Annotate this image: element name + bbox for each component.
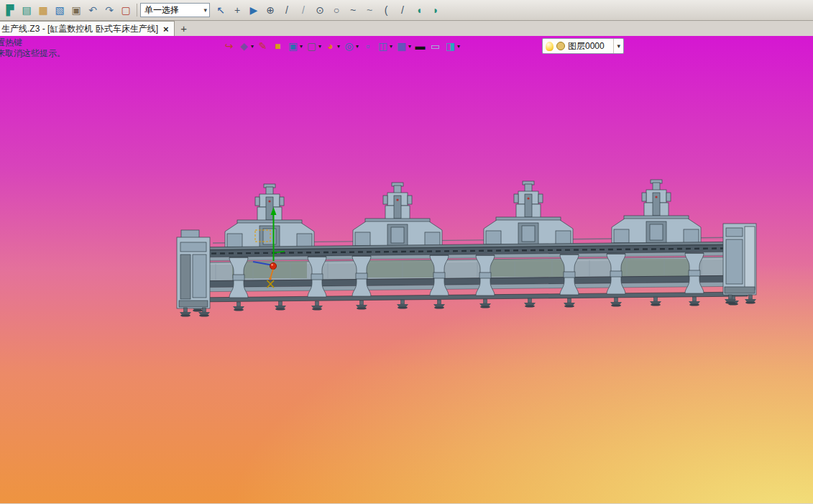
print-icon[interactable]: ▣: [68, 2, 84, 18]
machine-4[interactable]: [612, 180, 701, 247]
selection-mode-value: 单一选择: [144, 4, 179, 17]
target-icon[interactable]: ⊕: [262, 2, 278, 18]
chamfer-icon[interactable]: ◗: [428, 2, 444, 18]
redo-icon[interactable]: ↷: [101, 2, 117, 18]
tab-label: 生产线.Z3 - [缸盖数控机 卧式车床生产线]: [1, 23, 158, 35]
undo-icon[interactable]: ↶: [85, 2, 101, 18]
play-circle-icon[interactable]: ▶: [246, 2, 262, 18]
snap-point-icon[interactable]: +: [229, 2, 245, 18]
chevron-down-icon: ▾: [203, 6, 207, 14]
machine-1[interactable]: [225, 184, 314, 251]
image-icon[interactable]: ▧: [52, 2, 68, 18]
table-icon[interactable]: ▦: [35, 2, 51, 18]
diagonal-icon[interactable]: /: [395, 2, 410, 18]
close-icon[interactable]: ×: [163, 24, 169, 35]
spline-icon[interactable]: ~: [345, 2, 361, 18]
document-tab[interactable]: 生产线.Z3 - [缸盖数控机 卧式车床生产线] ×: [0, 21, 175, 36]
left-end-station[interactable]: [177, 230, 210, 317]
machine-2[interactable]: [353, 183, 442, 249]
line-icon[interactable]: /: [279, 2, 295, 18]
right-end-station[interactable]: [723, 224, 756, 304]
machine-3[interactable]: [484, 181, 573, 248]
manager-tree-icon[interactable]: ▛: [2, 2, 18, 18]
3d-viewport[interactable]: 置热键 来取消这些提示。 ↪◆▾✎■▣▾▢▾◕▾◎▾▫◫▾▦▾▬▭◨▾ 图层00…: [0, 36, 813, 503]
toolbar-separator: [137, 4, 137, 17]
fillet-icon[interactable]: ◖: [411, 2, 427, 18]
circle-point-icon[interactable]: ⊙: [312, 2, 328, 18]
main-toolbar: ▛▤▦▧▣↶↷▢ 单一选择 ▾ ↖+▶⊕//⊙○~~(/◖◗: [0, 0, 813, 21]
new-tab-button[interactable]: +: [175, 21, 193, 36]
arc-icon[interactable]: (: [378, 2, 394, 18]
tab-bar: 生产线.Z3 - [缸盖数控机 卧式车床生产线] × +: [0, 21, 813, 36]
line-alt-icon[interactable]: /: [295, 2, 311, 18]
selection-mode-dropdown[interactable]: 单一选择 ▾: [140, 3, 210, 17]
pick-arrow-icon[interactable]: ↖: [213, 2, 229, 18]
sheet-icon[interactable]: ▤: [19, 2, 35, 18]
circle-icon[interactable]: ○: [329, 2, 344, 18]
record-stop-icon[interactable]: ▢: [118, 2, 134, 18]
wave-icon[interactable]: ~: [362, 2, 377, 18]
toolbar-left-icons: ▛▤▦▧▣↶↷▢: [2, 2, 134, 18]
toolbar-right-icons: ↖+▶⊕//⊙○~~(/◖◗: [213, 2, 444, 18]
production-line-model: [0, 36, 813, 503]
